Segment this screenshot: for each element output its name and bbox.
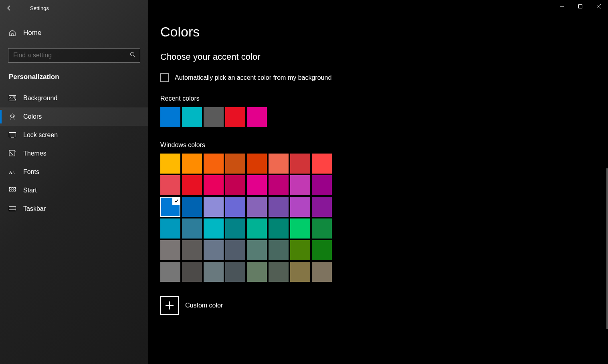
nav-item-label: Start [23, 187, 37, 194]
maximize-icon [578, 4, 582, 8]
custom-color-row: Custom color [160, 296, 596, 315]
close-button[interactable] [590, 0, 608, 13]
color-swatch[interactable] [247, 154, 267, 174]
color-swatch[interactable] [160, 218, 180, 239]
color-swatch[interactable] [160, 197, 180, 217]
checkbox-box [160, 73, 169, 82]
color-swatch[interactable] [225, 175, 245, 195]
home-link[interactable]: Home [0, 24, 148, 42]
color-swatch[interactable] [312, 175, 332, 195]
color-swatch[interactable] [225, 154, 245, 174]
color-swatch[interactable] [204, 197, 224, 217]
svg-rect-22 [14, 190, 16, 191]
color-swatch[interactable] [182, 175, 202, 195]
windows-colors-label: Windows colors [160, 142, 596, 149]
color-swatch[interactable] [204, 218, 224, 239]
svg-rect-19 [14, 188, 16, 189]
color-swatch[interactable] [290, 262, 310, 282]
color-swatch[interactable] [160, 262, 180, 282]
svg-rect-14 [9, 150, 15, 156]
sidebar-item-start[interactable]: Start [0, 181, 148, 200]
sidebar-item-themes[interactable]: Themes [0, 144, 148, 163]
color-swatch[interactable] [225, 197, 245, 217]
color-swatch[interactable] [160, 175, 180, 195]
color-swatch[interactable] [269, 154, 289, 174]
search-icon [130, 52, 135, 59]
color-swatch[interactable] [312, 240, 332, 260]
recent-colors-label: Recent colors [160, 95, 596, 102]
recent-color-swatch[interactable] [204, 107, 224, 127]
custom-color-label: Custom color [185, 302, 223, 309]
recent-color-swatch[interactable] [225, 107, 245, 127]
search-wrap [8, 48, 140, 63]
scrollbar[interactable] [606, 168, 608, 329]
recent-color-swatch[interactable] [182, 107, 202, 127]
color-swatch[interactable] [269, 197, 289, 217]
color-swatch[interactable] [312, 197, 332, 217]
maximize-button[interactable] [571, 0, 590, 13]
color-swatch[interactable] [247, 197, 267, 217]
color-swatch[interactable] [204, 262, 224, 282]
color-swatch[interactable] [182, 240, 202, 260]
color-swatch[interactable] [312, 262, 332, 282]
color-swatch[interactable] [312, 154, 332, 174]
color-swatch[interactable] [225, 262, 245, 282]
minimize-button[interactable] [553, 0, 571, 13]
sidebar-item-lock-screen[interactable]: Lock screen [0, 126, 148, 144]
recent-colors-row [160, 107, 596, 127]
svg-point-8 [10, 114, 14, 118]
svg-rect-1 [579, 5, 582, 8]
color-swatch[interactable] [182, 197, 202, 217]
check-icon [172, 197, 180, 205]
svg-rect-12 [9, 133, 16, 137]
sidebar-item-fonts[interactable]: AAFonts [0, 163, 148, 181]
color-swatch[interactable] [290, 240, 310, 260]
color-swatch[interactable] [290, 175, 310, 195]
auto-pick-checkbox[interactable]: Automatically pick an accent color from … [160, 73, 596, 82]
titlebar: Settings [0, 0, 608, 16]
nav-item-label: Fonts [23, 168, 39, 176]
color-swatch[interactable] [182, 218, 202, 239]
custom-color-button[interactable] [160, 296, 179, 315]
color-swatch[interactable] [290, 197, 310, 217]
nav-item-label: Themes [23, 150, 46, 157]
color-swatch[interactable] [204, 175, 224, 195]
color-swatch[interactable] [247, 240, 267, 260]
color-swatch[interactable] [247, 262, 267, 282]
search-input[interactable] [8, 48, 140, 63]
color-swatch[interactable] [247, 175, 267, 195]
sidebar-item-colors[interactable]: Colors [0, 107, 148, 126]
color-swatch[interactable] [290, 218, 310, 239]
svg-rect-18 [12, 188, 13, 189]
recent-color-swatch[interactable] [247, 107, 267, 127]
sidebar-item-taskbar[interactable]: Taskbar [0, 200, 148, 218]
color-swatch[interactable] [269, 175, 289, 195]
color-swatch[interactable] [225, 218, 245, 239]
color-swatch[interactable] [269, 240, 289, 260]
color-swatch[interactable] [204, 240, 224, 260]
recent-color-swatch[interactable] [160, 107, 180, 127]
svg-point-4 [131, 53, 134, 56]
color-swatch[interactable] [204, 154, 224, 174]
color-swatch[interactable] [269, 218, 289, 239]
color-swatch[interactable] [225, 240, 245, 260]
color-swatch[interactable] [160, 240, 180, 260]
home-icon [9, 29, 16, 36]
color-swatch[interactable] [290, 154, 310, 174]
sidebar-item-background[interactable]: Background [0, 89, 148, 107]
main-content: Colors Choose your accent color Automati… [148, 0, 608, 364]
color-swatch[interactable] [182, 262, 202, 282]
nav-icon [9, 150, 16, 157]
nav-icon [9, 132, 16, 138]
svg-rect-21 [12, 190, 13, 191]
color-swatch[interactable] [312, 218, 332, 239]
color-swatch[interactable] [269, 262, 289, 282]
nav-icon: AA [9, 169, 16, 175]
page-title: Colors [160, 24, 596, 40]
color-swatch[interactable] [247, 218, 267, 239]
color-swatch[interactable] [160, 154, 180, 174]
nav-item-label: Taskbar [23, 205, 46, 212]
color-swatch[interactable] [182, 154, 202, 174]
back-button[interactable] [0, 0, 18, 16]
nav-icon [9, 113, 16, 120]
